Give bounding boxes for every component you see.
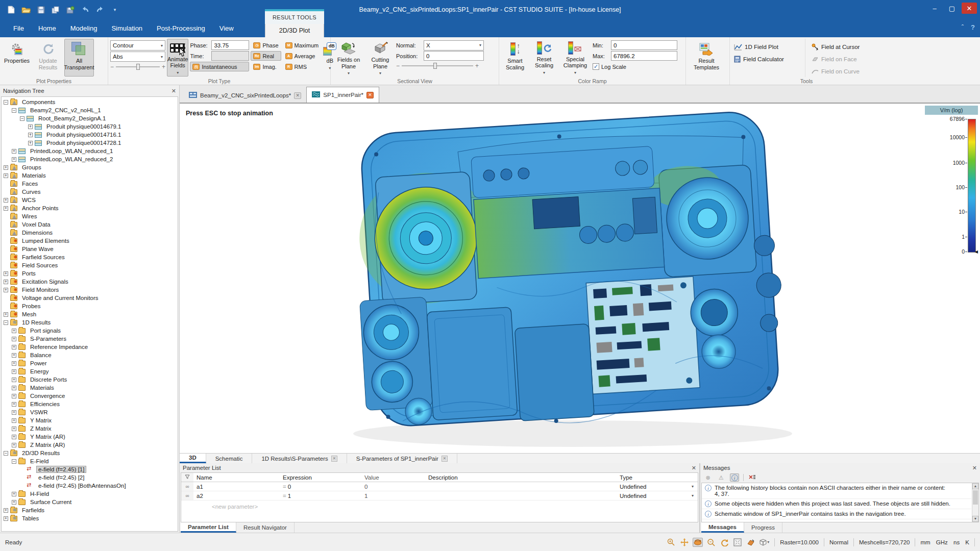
- parameter-type[interactable]: Undefined: [620, 493, 646, 499]
- tree-item[interactable]: Curves: [2, 188, 178, 196]
- tree-item[interactable]: +Field Monitors: [2, 286, 178, 294]
- normal-dropdown[interactable]: X▾: [424, 40, 484, 51]
- slider-minus[interactable]: −: [396, 62, 400, 69]
- messages-list[interactable]: iThe following history blocks contain no…: [701, 483, 979, 522]
- expand-icon[interactable]: +: [12, 443, 16, 447]
- imag-button[interactable]: ImImag.: [251, 62, 281, 71]
- tree-item-label[interactable]: Excitation Signals: [20, 278, 70, 285]
- tree-item-label[interactable]: Materials: [28, 384, 56, 391]
- slider-plus[interactable]: +: [475, 62, 479, 69]
- tree-item[interactable]: +H-Field: [2, 490, 178, 498]
- position-slider[interactable]: − +: [396, 62, 492, 70]
- parameter-type[interactable]: Undefined: [620, 484, 646, 490]
- collapse-icon[interactable]: −: [12, 459, 16, 464]
- tree-item[interactable]: +Z Matrix (AR): [2, 441, 178, 449]
- parameter-name[interactable]: a2: [193, 493, 283, 499]
- time-input[interactable]: [211, 51, 249, 61]
- expand-icon[interactable]: +: [12, 149, 16, 154]
- expand-icon[interactable]: +: [12, 353, 16, 358]
- tree-item-label[interactable]: Discrete Ports: [28, 376, 69, 383]
- tree-item[interactable]: +Power: [2, 359, 178, 367]
- parameter-value[interactable]: 0: [364, 484, 428, 490]
- real-button[interactable]: ReReal: [251, 51, 281, 61]
- tree-item[interactable]: Wires: [2, 212, 178, 220]
- parameter-expression[interactable]: =0: [283, 484, 364, 490]
- tree-item-label[interactable]: WCS: [20, 196, 38, 204]
- tree-item[interactable]: +Farfields: [2, 506, 178, 514]
- expand-icon[interactable]: +: [12, 500, 16, 505]
- expand-icon[interactable]: +: [12, 369, 16, 374]
- tree-item[interactable]: Faces: [2, 180, 178, 188]
- collapse-icon[interactable]: −: [20, 116, 24, 121]
- expand-icon[interactable]: +: [12, 361, 16, 366]
- filter-icon[interactable]: [181, 473, 193, 482]
- chevron-down-icon[interactable]: ▾: [692, 484, 694, 489]
- tree-item-label[interactable]: Power: [28, 360, 49, 367]
- tree-item[interactable]: +Efficiencies: [2, 400, 178, 408]
- clipping-icon[interactable]: [746, 538, 756, 547]
- field-on-curve-button[interactable]: Field on Curve: [810, 66, 871, 77]
- tree-item-label[interactable]: Voxel Data: [20, 221, 53, 228]
- slider-plus[interactable]: +: [162, 63, 165, 70]
- document-tab[interactable]: Beamy_v2_CNC_sixPrintedLoops*✕: [184, 88, 306, 103]
- tree-item-label[interactable]: Produit physique00014716.1: [44, 131, 123, 138]
- slider-minus[interactable]: −: [110, 63, 114, 70]
- tree-item-label[interactable]: Plane Wave: [20, 245, 56, 253]
- tree-item[interactable]: +WCS: [2, 196, 178, 204]
- expand-icon[interactable]: +: [12, 435, 16, 439]
- log-scale-checkbox[interactable]: ✓: [593, 63, 599, 70]
- collapse-icon[interactable]: −: [4, 320, 8, 325]
- errors-filter-icon[interactable]: ⊗: [703, 473, 713, 482]
- tree-item[interactable]: Voxel Data: [2, 220, 178, 229]
- cutting-plane-button[interactable]: Cutting Plane ▾: [366, 39, 395, 77]
- expand-icon[interactable]: +: [4, 280, 8, 284]
- tree-item-label[interactable]: Groups: [20, 164, 43, 171]
- customize-quick-access-icon[interactable]: ▾: [110, 5, 120, 14]
- tab-progress[interactable]: Progress: [744, 522, 782, 533]
- expand-icon[interactable]: +: [12, 329, 16, 333]
- tree-item-label[interactable]: Surface Current: [28, 498, 74, 506]
- new-file-icon[interactable]: [6, 5, 16, 14]
- tree-item[interactable]: e-field (f=2.45) [2]: [2, 473, 178, 482]
- message-item[interactable]: iThe following history blocks contain no…: [702, 483, 971, 499]
- zoom-in-icon[interactable]: [666, 538, 676, 547]
- transparency-slider[interactable]: − +: [110, 63, 165, 71]
- result-templates-button[interactable]: Result Templates: [688, 39, 725, 77]
- slider-handle[interactable]: [136, 64, 140, 70]
- tree-item-label[interactable]: Port signals: [28, 327, 63, 334]
- tree-item[interactable]: Field Sources: [2, 261, 178, 269]
- tree-item[interactable]: −Root_Beamy2_DesignA.1: [2, 114, 178, 122]
- close-tab-icon[interactable]: ✕: [366, 92, 374, 98]
- tree-item-label[interactable]: Produit physique00014679.1: [44, 123, 123, 130]
- tree-item-label[interactable]: Efficiencies: [28, 400, 62, 408]
- view-tab-1d-results-s-parameters[interactable]: 1D Results\S-Parameters✕: [252, 454, 347, 463]
- rms-button[interactable]: RRMS: [283, 62, 322, 71]
- message-item[interactable]: iSome objects were hidden when this proj…: [702, 499, 971, 509]
- tree-item[interactable]: −2D/3D Results: [2, 449, 178, 457]
- column-header[interactable]: Expression: [283, 474, 364, 481]
- zoom-selection-icon[interactable]: [706, 538, 716, 547]
- tree-item-label[interactable]: S-Parameters: [28, 335, 68, 342]
- expand-icon[interactable]: +: [12, 157, 16, 162]
- expand-icon[interactable]: +: [4, 173, 8, 178]
- column-header[interactable]: Value: [364, 474, 428, 481]
- maximum-button[interactable]: MMaximum: [283, 40, 322, 50]
- view-tab-s-parameters-of-sp1-innerpair[interactable]: S-Parameters of SP1_innerPair✕: [347, 454, 457, 463]
- tree-item[interactable]: +Excitation Signals: [2, 278, 178, 286]
- parameter-row[interactable]: ∞a2=11Undefined▾: [181, 491, 698, 500]
- tree-item[interactable]: +VSWR: [2, 408, 178, 416]
- tree-item[interactable]: Farfield Sources: [2, 253, 178, 261]
- expand-icon[interactable]: +: [12, 394, 16, 398]
- close-icon[interactable]: ✕: [972, 465, 977, 471]
- expand-icon[interactable]: +: [12, 427, 16, 431]
- tree-item-label[interactable]: Root_Beamy2_DesignA.1: [36, 115, 108, 122]
- tree-item-label[interactable]: Ports: [20, 270, 38, 277]
- tree-item[interactable]: +Produit physique00014728.1: [2, 139, 178, 147]
- tree-item-label[interactable]: e-field (f=2.45) [BothAntennasOn]: [36, 482, 128, 489]
- info-filter-icon[interactable]: i: [730, 473, 739, 482]
- expand-icon[interactable]: +: [12, 492, 16, 496]
- expand-icon[interactable]: +: [28, 124, 33, 129]
- tree-item-label[interactable]: Reference Impedance: [28, 343, 90, 350]
- expand-icon[interactable]: +: [4, 516, 8, 521]
- expand-icon[interactable]: +: [12, 378, 16, 382]
